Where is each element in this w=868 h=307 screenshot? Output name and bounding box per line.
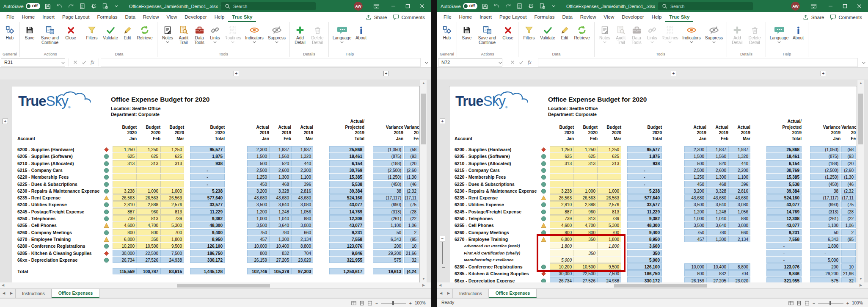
search-input[interactable]: Search	[221, 2, 316, 10]
ribbon-item-validate[interactable]: Validate	[101, 24, 120, 41]
ribbon-item-close[interactable]: Close	[63, 24, 79, 41]
zoom-out-button[interactable]: −	[375, 301, 378, 306]
ribbon-item-suppress[interactable]: Suppress	[266, 24, 287, 43]
cell-budget-jan[interactable]	[113, 167, 137, 173]
tab-formulas[interactable]: Formulas	[94, 12, 121, 22]
cell-budget-jan[interactable]	[113, 174, 137, 180]
ribbon-item-audit-trail[interactable]: Audit Trail	[176, 24, 191, 45]
formula-input[interactable]	[538, 58, 858, 67]
cell-budget-jan[interactable]: 4,600	[113, 222, 137, 228]
ribbon-item-about[interactable]: About	[791, 24, 806, 41]
cancel-icon[interactable]	[510, 60, 515, 64]
sheet-tab-office-expenses[interactable]: Office Expenses	[489, 289, 537, 298]
cell-budget-feb[interactable]: 625	[574, 153, 598, 159]
cell-budget-jan[interactable]: 2,810	[550, 201, 574, 207]
cell-budget-feb[interactable]	[574, 167, 598, 173]
comments-button[interactable]: Comments	[393, 14, 425, 20]
autosave-pill[interactable]: Off	[463, 3, 477, 9]
zoom-in-button[interactable]: +	[846, 301, 849, 306]
fx-button[interactable]: fx	[91, 59, 94, 66]
tab-help[interactable]: Help	[648, 12, 666, 22]
cell-budget-feb[interactable]: 1,250	[574, 146, 598, 152]
cell-budget-mar[interactable]	[598, 181, 621, 187]
cell-budget-mar[interactable]: 313	[598, 160, 621, 166]
cell-budget-jan[interactable]	[550, 174, 574, 180]
ribbon-item-filters[interactable]: Filters	[521, 24, 537, 41]
cell-budget-mar[interactable]: 9,500	[160, 243, 184, 249]
cell-budget-jan[interactable]: 625	[113, 153, 137, 159]
scroll-left-arrow[interactable]: ◀	[439, 283, 443, 288]
cell-budget-jan[interactable]: 3,238	[550, 188, 574, 194]
tab-home[interactable]: Home	[18, 12, 39, 22]
cell-budget-feb[interactable]: 4,700	[137, 222, 160, 228]
cell-budget-mar[interactable]	[160, 181, 184, 187]
fx-button[interactable]: fx	[528, 59, 532, 66]
cell-budget-jan[interactable]: 10,200	[113, 243, 137, 249]
redo-button[interactable]	[503, 0, 513, 12]
cell-budget-feb[interactable]: 350	[137, 236, 160, 242]
view-normal-icon[interactable]	[788, 301, 794, 306]
tab-developer[interactable]: Developer	[181, 12, 210, 22]
cell-budget-feb[interactable]: 800	[137, 229, 160, 235]
ribbon-item-data-tools[interactable]: Data Tools	[192, 24, 207, 45]
sheet-nav-right-arrow[interactable]: ▶	[445, 289, 452, 298]
cell-budget-mar[interactable]: 313	[160, 160, 184, 166]
cell-budget-feb[interactable]: 26,563	[137, 194, 160, 201]
cell-budget-jan[interactable]: 26,563	[550, 194, 574, 201]
scroll-right-arrow[interactable]: ▶	[422, 283, 427, 288]
ribbon-item-suppress[interactable]: Suppress	[703, 24, 725, 43]
name-box[interactable]: N72	[438, 58, 502, 66]
name-box[interactable]: R31	[1, 58, 65, 66]
save-button[interactable]	[43, 0, 52, 12]
cell-budget-mar[interactable]: 1,250	[598, 146, 621, 152]
save-button[interactable]	[480, 0, 490, 12]
cell-budget-feb[interactable]	[574, 174, 598, 180]
cell-budget-mar[interactable]: 813	[160, 208, 184, 215]
tab-insert[interactable]: Insert	[39, 12, 58, 22]
cell-budget-feb[interactable]: 1,000	[574, 188, 598, 194]
cell-budget-feb[interactable]: 2,888	[574, 201, 598, 207]
cell-budget-jan[interactable]: 6,800	[113, 236, 137, 242]
formula-expand-icon[interactable]	[860, 60, 868, 65]
cell-budget-mar[interactable]	[598, 167, 621, 173]
settings-button[interactable]	[526, 0, 535, 12]
cell-budget-feb[interactable]: 4,700	[574, 222, 598, 228]
share-button[interactable]: Share	[366, 14, 387, 20]
autosave-pill[interactable]: Off	[26, 3, 40, 9]
cell-budget-feb[interactable]: 313	[137, 160, 160, 166]
cell-budget-mar[interactable]: 2,576	[598, 201, 621, 207]
ribbon-item-save[interactable]: Save	[22, 24, 37, 41]
ribbon-item-filters[interactable]: Filters	[83, 24, 100, 41]
cell-budget-mar[interactable]	[160, 174, 184, 180]
cell-budget-feb[interactable]: 813	[574, 215, 598, 221]
cell-budget-feb[interactable]: 1,000	[137, 188, 160, 194]
horizontal-scrollbar-thumb[interactable]	[614, 284, 707, 288]
sheet-nav-right-arrow[interactable]: ▶	[8, 289, 15, 298]
cell-budget-mar[interactable]	[160, 167, 184, 173]
formula-input[interactable]	[101, 58, 421, 67]
cell-budget-feb[interactable]: 313	[574, 160, 598, 166]
cell-budget-jan[interactable]: 800	[113, 229, 137, 235]
cell-budget-feb[interactable]: 10,500	[137, 243, 160, 249]
vertical-scrollbar[interactable]: ▲▼	[857, 80, 864, 282]
cell-budget-jan[interactable]: 1,250	[550, 146, 574, 152]
minimize-button[interactable]	[823, 0, 838, 12]
cell-budget-feb[interactable]	[137, 167, 160, 173]
zoom-out-button[interactable]: −	[813, 301, 815, 306]
sheet-tab-instructions[interactable]: Instructions	[15, 289, 52, 298]
scroll-right-arrow[interactable]: ▶	[860, 283, 864, 288]
autosave-toggle[interactable]: AutoSaveOff	[441, 0, 479, 12]
view-page-break-icon[interactable]	[367, 301, 372, 306]
close-button[interactable]	[852, 0, 866, 12]
tab-view[interactable]: View	[600, 12, 618, 22]
cell-budget-jan[interactable]: 625	[550, 153, 574, 159]
undo-button[interactable]	[492, 0, 501, 12]
maximize-button[interactable]	[400, 0, 415, 12]
cell-budget-mar[interactable]: 26,563	[160, 194, 184, 201]
ribbon-item-links[interactable]: Links	[207, 24, 223, 43]
cell-budget-mar[interactable]: 1,000	[598, 188, 621, 194]
tab-page-layout[interactable]: Page Layout	[58, 12, 94, 22]
cell-budget-mar[interactable]: 2,576	[160, 201, 184, 207]
ribbon-item-language[interactable]: Language	[768, 24, 790, 43]
cell-budget-feb[interactable]: 625	[137, 153, 160, 159]
